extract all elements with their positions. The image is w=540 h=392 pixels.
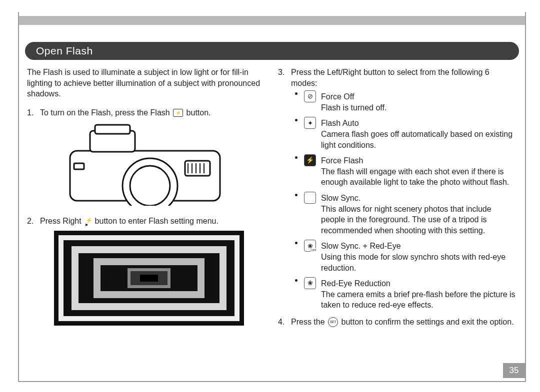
- mode-flash-auto: Flash Auto Camera flash goes off automat…: [291, 118, 517, 150]
- page-content: Open Flash The Flash is used to illumina…: [19, 42, 525, 376]
- mode-name: Force Flash: [321, 156, 363, 165]
- column-left: The Flash is used to illuminate a subjec…: [27, 67, 266, 334]
- mode-desc: Camera flash goes off automatically base…: [321, 129, 517, 150]
- set-button-icon: [328, 317, 338, 327]
- step-4-number: 4.: [278, 317, 284, 328]
- mode-force-flash: Force Flash The flash will engage with e…: [291, 155, 517, 188]
- camera-diagram: [60, 121, 266, 209]
- columns: The Flash is used to illuminate a subjec…: [23, 67, 521, 334]
- steps-left: 1. To turn on the Flash, press the Flash…: [27, 107, 266, 328]
- mode-name: Slow Sync.: [321, 194, 360, 202]
- mode-desc: The camera emits a brief pre-flash befor…: [321, 289, 517, 311]
- step-2: 2. Press Right button to enter Flash set…: [27, 216, 266, 328]
- step-1-text-a: To turn on the Flash, press the Flash: [40, 108, 170, 117]
- slow-sync-icon: [304, 192, 316, 204]
- mode-name: Flash Auto: [321, 119, 359, 127]
- page-number: 35: [503, 363, 525, 378]
- force-flash-icon: [304, 154, 316, 166]
- bullet-icon: [295, 194, 298, 196]
- step-2-number: 2.: [27, 216, 34, 227]
- step-2-text-a: Press Right: [40, 217, 82, 225]
- svg-point-4: [130, 166, 170, 206]
- svg-rect-11: [74, 163, 84, 169]
- svg-rect-17: [140, 275, 158, 282]
- mode-name: Slow Sync. + Red-Eye: [321, 242, 401, 250]
- step-1: 1. To turn on the Flash, press the Flash…: [27, 107, 266, 209]
- step-4: 4. Press the button to confirm the setti…: [278, 317, 517, 328]
- mode-force-off: Force Off Flash is turned off.: [291, 91, 517, 113]
- section-header: Open Flash: [25, 42, 519, 60]
- page-number-value: 35: [510, 366, 519, 376]
- right-flash-icon: [84, 217, 92, 226]
- steps-right: 3. Press the Left/Right button to select…: [278, 67, 517, 328]
- svg-rect-2: [95, 125, 130, 134]
- slow-sync-red-eye-icon: [304, 240, 316, 252]
- section-title: Open Flash: [36, 45, 93, 57]
- step-2-text-b: button to enter Flash setting menu.: [95, 217, 218, 225]
- mode-desc: The flash will engage with each shot eve…: [321, 166, 517, 188]
- page-frame: Open Flash The Flash is used to illumina…: [18, 12, 526, 382]
- svg-rect-5: [185, 161, 210, 176]
- step-1-number: 1.: [27, 107, 34, 118]
- step-3-number: 3.: [278, 67, 284, 78]
- mode-name: Force Off: [321, 92, 354, 101]
- bullet-icon: [295, 242, 298, 244]
- mode-desc: This allows for night scenery photos tha…: [321, 204, 517, 236]
- force-off-icon: [304, 90, 316, 102]
- flash-button-icon: [173, 109, 183, 117]
- red-eye-reduction-icon: [304, 277, 316, 289]
- mode-slow-sync-red-eye: Slow Sync. + Red-Eye Using this mode for…: [291, 241, 517, 273]
- flash-auto-icon: [304, 117, 316, 129]
- mode-slow-sync: Slow Sync. This allows for night scenery…: [291, 193, 517, 236]
- step-4-text-a: Press the: [291, 318, 325, 326]
- mode-red-eye-reduction: Red-Eye Reduction The camera emits a bri…: [291, 278, 517, 311]
- mode-desc: Flash is turned off.: [321, 102, 517, 113]
- bullet-icon: [295, 92, 298, 95]
- step-3: 3. Press the Left/Right button to select…: [278, 67, 517, 311]
- flash-modes-list: Force Off Flash is turned off. Flash Aut…: [291, 91, 517, 311]
- mode-desc: Using this mode for slow synchro shots w…: [321, 252, 517, 273]
- mode-name: Red-Eye Reduction: [321, 279, 390, 288]
- step-1-text-b: button.: [186, 108, 211, 117]
- step-4-text-b: button to confirm the settings and exit …: [342, 318, 514, 326]
- bullet-icon: [295, 156, 298, 159]
- bullet-icon: [295, 119, 298, 121]
- column-right: 3. Press the Left/Right button to select…: [278, 67, 517, 334]
- bullet-icon: [295, 279, 298, 282]
- step-3-text: Press the Left/Right button to select fr…: [291, 68, 490, 87]
- flash-menu-diagram: [54, 231, 266, 329]
- intro-text: The Flash is used to illuminate a subjec…: [27, 67, 266, 99]
